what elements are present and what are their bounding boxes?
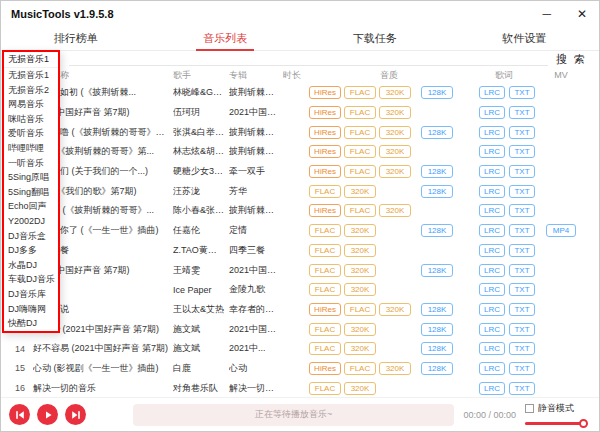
quality-button-320k[interactable]: 320K: [344, 323, 376, 336]
mute-checkbox[interactable]: [525, 404, 534, 413]
search-input[interactable]: [69, 52, 548, 66]
lyrics-button-lrc[interactable]: LRC: [479, 185, 505, 198]
lyrics-button-txt[interactable]: TXT: [509, 86, 535, 99]
lyrics-button-txt[interactable]: TXT: [509, 165, 535, 178]
quality-button-flac[interactable]: FLAC: [344, 145, 376, 158]
quality-button-hires[interactable]: HiRes: [309, 362, 341, 375]
lyrics-button-lrc[interactable]: LRC: [479, 126, 505, 139]
quality-button-320k[interactable]: 320K: [379, 303, 411, 316]
lyrics-button-txt[interactable]: TXT: [509, 185, 535, 198]
close-button[interactable]: ✕: [577, 7, 587, 21]
source-option[interactable]: 哔哩哔哩: [4, 141, 58, 156]
next-track-button[interactable]: [65, 404, 86, 425]
volume-slider[interactable]: [525, 419, 587, 428]
source-option[interactable]: 5Sing翻唱: [4, 185, 58, 200]
quality-button-flac[interactable]: FLAC: [309, 342, 341, 355]
lyrics-button-txt[interactable]: TXT: [509, 342, 535, 355]
lyrics-button-lrc[interactable]: LRC: [479, 342, 505, 355]
quality-button-flac[interactable]: FLAC: [309, 382, 341, 395]
quality-button-hires[interactable]: HiRes: [309, 86, 341, 99]
source-option[interactable]: 无损音乐2: [4, 83, 58, 98]
quality-button-320k[interactable]: 320K: [379, 126, 411, 139]
lyrics-button-txt[interactable]: TXT: [509, 283, 535, 296]
previous-track-button[interactable]: [9, 404, 30, 425]
quality-button-320k[interactable]: 320K: [379, 86, 411, 99]
quality-button-128k[interactable]: 128K: [421, 303, 453, 316]
quality-button-hires[interactable]: HiRes: [309, 145, 341, 158]
lyrics-button-txt[interactable]: TXT: [509, 362, 535, 375]
lyrics-button-lrc[interactable]: LRC: [479, 362, 505, 375]
source-option[interactable]: DJ嗨嗨网: [4, 302, 58, 317]
lyrics-button-txt[interactable]: TXT: [509, 323, 535, 336]
quality-button-128k[interactable]: 128K: [421, 342, 453, 355]
quality-button-320k[interactable]: 320K: [344, 264, 376, 277]
source-option[interactable]: DJ音乐库: [4, 287, 58, 302]
quality-button-flac[interactable]: FLAC: [309, 244, 341, 257]
playback-progress-bar[interactable]: 正在等待播放音乐~: [133, 404, 454, 426]
tab-1[interactable]: 排行榜单: [1, 27, 151, 50]
lyrics-button-lrc[interactable]: LRC: [479, 283, 505, 296]
quality-button-320k[interactable]: 320K: [379, 204, 411, 217]
tab-4[interactable]: 软件设置: [450, 27, 600, 50]
quality-button-320k[interactable]: 320K: [379, 362, 411, 375]
quality-button-hires[interactable]: HiRes: [309, 126, 341, 139]
quality-button-flac[interactable]: FLAC: [309, 264, 341, 277]
lyrics-button-lrc[interactable]: LRC: [479, 303, 505, 316]
quality-button-flac[interactable]: FLAC: [344, 303, 376, 316]
lyrics-button-txt[interactable]: TXT: [509, 126, 535, 139]
quality-button-flac[interactable]: FLAC: [309, 323, 341, 336]
lyrics-button-lrc[interactable]: LRC: [479, 224, 505, 237]
quality-button-hires[interactable]: HiRes: [309, 204, 341, 217]
quality-button-128k[interactable]: 128K: [421, 362, 453, 375]
quality-button-320k[interactable]: 320K: [344, 185, 376, 198]
search-button[interactable]: 搜 索: [556, 52, 587, 67]
quality-button-320k[interactable]: 320K: [344, 342, 376, 355]
quality-button-320k[interactable]: 320K: [379, 165, 411, 178]
lyrics-button-txt[interactable]: TXT: [509, 264, 535, 277]
quality-button-320k[interactable]: 320K: [344, 283, 376, 296]
source-option[interactable]: Y2002DJ: [4, 214, 58, 229]
source-option[interactable]: 水晶DJ: [4, 258, 58, 273]
quality-button-flac[interactable]: FLAC: [309, 283, 341, 296]
source-option[interactable]: 车载DJ音乐: [4, 272, 58, 287]
quality-button-flac[interactable]: FLAC: [309, 185, 341, 198]
lyrics-button-txt[interactable]: TXT: [509, 106, 535, 119]
source-option[interactable]: 一听音乐: [4, 156, 58, 171]
source-option[interactable]: 5Sing原唱: [4, 170, 58, 185]
quality-button-flac[interactable]: FLAC: [344, 204, 376, 217]
volume-thumb[interactable]: [579, 419, 588, 428]
quality-button-128k[interactable]: 128K: [421, 323, 453, 336]
lyrics-button-txt[interactable]: TXT: [509, 204, 535, 217]
quality-button-flac[interactable]: FLAC: [309, 224, 341, 237]
source-option[interactable]: 无损音乐1: [4, 68, 58, 83]
quality-button-hires[interactable]: HiRes: [309, 165, 341, 178]
quality-button-320k[interactable]: 320K: [379, 106, 411, 119]
quality-button-flac[interactable]: FLAC: [344, 126, 376, 139]
lyrics-button-txt[interactable]: TXT: [509, 145, 535, 158]
lyrics-button-lrc[interactable]: LRC: [479, 106, 505, 119]
quality-button-flac[interactable]: FLAC: [344, 86, 376, 99]
source-option[interactable]: Echo回声: [4, 199, 58, 214]
quality-button-hires[interactable]: HiRes: [309, 303, 341, 316]
quality-button-128k[interactable]: 128K: [421, 86, 453, 99]
lyrics-button-txt[interactable]: TXT: [509, 224, 535, 237]
lyrics-button-lrc[interactable]: LRC: [479, 244, 505, 257]
lyrics-button-lrc[interactable]: LRC: [479, 145, 505, 158]
lyrics-button-txt[interactable]: TXT: [509, 303, 535, 316]
quality-button-128k[interactable]: 128K: [421, 165, 453, 178]
source-option[interactable]: DJ音乐盒: [4, 229, 58, 244]
lyrics-button-lrc[interactable]: LRC: [479, 323, 505, 336]
tab-2[interactable]: 音乐列表: [151, 27, 301, 50]
quality-button-128k[interactable]: 128K: [421, 224, 453, 237]
lyrics-button-txt[interactable]: TXT: [509, 382, 535, 395]
quality-button-320k[interactable]: 320K: [344, 382, 376, 395]
source-option[interactable]: 快酷DJ: [4, 316, 58, 331]
quality-button-128k[interactable]: 128K: [421, 185, 453, 198]
source-option[interactable]: 咪咕音乐: [4, 112, 58, 127]
source-select[interactable]: 无损音乐1: [4, 52, 58, 68]
lyrics-button-txt[interactable]: TXT: [509, 244, 535, 257]
mv-button-mp4[interactable]: MP4: [546, 224, 576, 237]
quality-button-128k[interactable]: 128K: [421, 126, 453, 139]
quality-button-320k[interactable]: 320K: [344, 224, 376, 237]
quality-button-flac[interactable]: FLAC: [344, 362, 376, 375]
